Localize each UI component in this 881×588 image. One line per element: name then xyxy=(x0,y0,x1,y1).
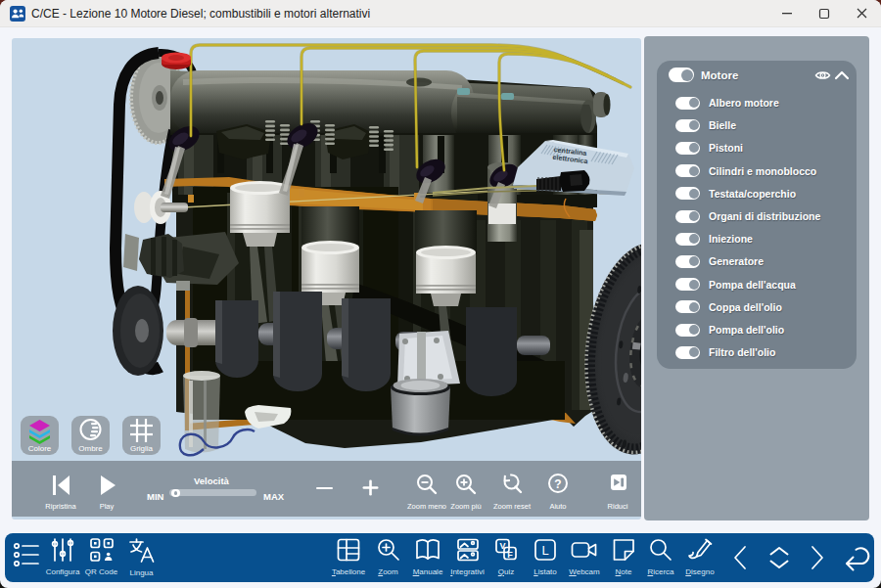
svg-text:V: V xyxy=(499,541,505,551)
svg-text:L: L xyxy=(541,543,548,558)
svg-text:F: F xyxy=(507,550,513,560)
svg-text:?: ? xyxy=(554,477,561,491)
